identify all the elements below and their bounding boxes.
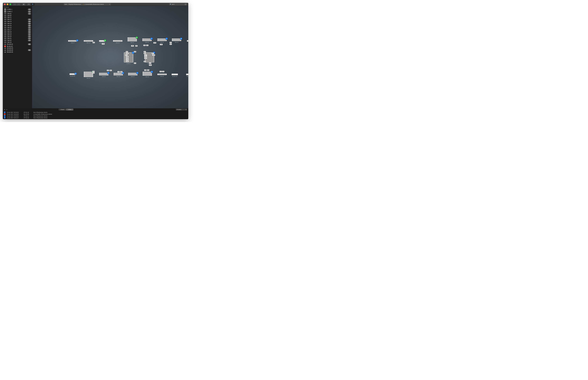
topology-node-sw-14[interactable]: 21SW-14 (84, 72, 93, 79)
device-badge: 8 (76, 39, 78, 41)
close-panel-button[interactable]: ✕ (6, 109, 7, 111)
sidebar-item-label: WLAN-05 (7, 51, 31, 53)
reload-icon[interactable]: ↻ (109, 4, 110, 5)
port-label: 2/2 (93, 42, 95, 43)
sidebar-item-badge: 43 (28, 43, 31, 45)
sidebar-item-sw-32[interactable]: SW-329 (3, 39, 32, 41)
topology-node-core-1[interactable]: 2CORE-1 (124, 52, 133, 64)
sidebar-toggle-button[interactable]: ◧ (22, 3, 26, 6)
sidebar-item-sw-33[interactable]: SW-33 (3, 41, 32, 43)
port-label: 1/23 (126, 57, 129, 59)
alert-row[interactable]: i21 jun 2017 18:44:22AP-01-15New infrast… (4, 111, 187, 113)
gear-icon[interactable]: ⚙ (4, 109, 5, 111)
port-label: 4/1 (125, 54, 127, 56)
topology-node-sw-12[interactable]: 5SW-12 (128, 73, 137, 77)
sidebar-item-badge: 11 (28, 31, 31, 33)
warning-icon: ⚠ (83, 4, 84, 5)
port-label: 4/2 (134, 51, 136, 52)
topology-view-button[interactable]: ⌬ (27, 3, 31, 6)
topology-node-sw-02[interactable]: SW-02 (157, 74, 167, 77)
topology-node-sw-18[interactable]: 11SW-18 (114, 73, 123, 77)
port-label: 4/7 (134, 62, 136, 64)
topology-node-sw-16[interactable]: 9SW-16 (99, 73, 109, 77)
error-icon: i (4, 113, 5, 115)
sidebar-item-core-2[interactable]: CORE-21 (3, 10, 32, 13)
zoom-window-button[interactable] (9, 3, 11, 5)
grid-view-button[interactable]: ⌘ (31, 3, 35, 6)
device-label: SW-33 (116, 42, 119, 43)
port-label: 4/2 (144, 61, 146, 62)
sidebar-item-wlan-05[interactable]: WLAN-05 (3, 51, 32, 53)
tab-alerts[interactable]: Alerts (66, 109, 73, 111)
topology-node-sw-15[interactable]: 16SW-15 (172, 38, 181, 43)
topology-node-sw-11[interactable]: SW-11 (84, 40, 93, 43)
sidebar-item-core-1[interactable]: CORE-12 (3, 8, 32, 10)
alert-row[interactable]: i21 jun 2017 18:50:25WLAN-02Unreachable … (4, 113, 187, 115)
device-image (157, 74, 167, 75)
devices-sidebar[interactable]: Devices CORE-12CORE-21SW-011SW-02SW-11SW… (3, 6, 32, 108)
device-badge: 43 (75, 73, 77, 75)
port-label: 1/2 (170, 42, 172, 43)
topology-node-sw-01[interactable]: 1SW-01 (187, 40, 188, 43)
back-button[interactable]: ‹ (13, 3, 17, 6)
topology-node-sw-33[interactable]: SW-33 (113, 40, 122, 43)
device-label: SW-19 (145, 42, 149, 43)
close-window-button[interactable] (4, 3, 6, 5)
alert-row[interactable]: i21 jun 2017 18:51:07AP-02-16New infrast… (4, 117, 187, 119)
sidebar-item-sw-11[interactable]: SW-11 (3, 17, 32, 19)
topology-node-sw-17[interactable]: 8SW-17 (68, 40, 78, 43)
topology-node-sw-19[interactable]: 6SW-19 (142, 38, 152, 43)
minimize-window-button[interactable] (7, 3, 8, 5)
topology-canvas[interactable]: 8SW-17SW-1131WLAN-04SW-3319SW-136SW-191S… (32, 6, 188, 108)
sidebar-item-wlan-03[interactable]: WLAN-03 (3, 47, 32, 49)
sidebar-item-wlan-04[interactable]: WLAN-0431 (3, 49, 32, 51)
topology-node-sw-32[interactable]: 9SW-32 (142, 72, 152, 77)
sidebar-item-label: WLAN-04 (7, 49, 27, 51)
device-label: SW-11 (87, 42, 90, 43)
device-image: 11 (114, 73, 123, 76)
sidebar-item-sw-31[interactable]: SW-311 (3, 37, 32, 39)
ap-icon (4, 48, 6, 49)
device-image: 31 (99, 40, 105, 42)
sidebar-item-sw-12[interactable]: SW-125 (3, 19, 32, 20)
topology-node-sw-13[interactable]: 19SW-13 (127, 37, 137, 43)
sidebar-item-sw-16[interactable]: SW-169 (3, 27, 32, 29)
address-bar[interactable]: Net3 | Physical Infrastructure | ⚠ 1 Unr… (64, 3, 111, 5)
device-image: 2 (124, 52, 133, 62)
tab-charts[interactable]: Charts (59, 109, 66, 111)
sidebar-item-sw-17[interactable]: SW-178 (3, 29, 32, 31)
device-badge: 9 (107, 72, 109, 74)
sidebar-item-sw-02[interactable]: SW-02 (3, 15, 32, 17)
sidebar-item-sw-13[interactable]: SW-1319 (3, 20, 32, 23)
sidebar-item-sw-18[interactable]: SW-1811 (3, 31, 32, 33)
topology-node-sw-31[interactable]: 1SW-31 (157, 38, 167, 43)
sidebar-item-label: SW-20 (7, 35, 27, 37)
device-label: WLAN-03 (172, 76, 177, 77)
sidebar-item-label: WLAN-03 (7, 47, 31, 49)
sidebar-item-label: WLAN-01 (7, 43, 27, 45)
sidebar-item-wlan-02[interactable]: WLAN-02 (3, 45, 32, 47)
topology-node-wlan-03[interactable]: WLAN-03 (172, 74, 178, 77)
sidebar-item-sw-01[interactable]: SW-011 (3, 13, 32, 15)
charts-alerts-tabs: Charts Alerts (59, 109, 73, 111)
alert-row[interactable]: i21 jun 2017 18:50:52AP-02-11New infrast… (4, 115, 187, 117)
forward-button[interactable]: › (17, 3, 21, 6)
device-image: 9 (99, 73, 109, 76)
main-body: Devices CORE-12CORE-21SW-011SW-02SW-11SW… (3, 6, 188, 108)
device-badge: 31 (104, 39, 106, 41)
alerts-filter-dropdown[interactable]: All alerts ▲▼ (176, 109, 187, 111)
sidebar-item-wlan-01[interactable]: WLAN-0143 (3, 43, 32, 45)
sidebar-item-sw-19[interactable]: SW-196 (3, 33, 32, 35)
port-label: 4/9 (144, 53, 146, 54)
search-input[interactable]: 🔍 sw-1 ✕ (169, 3, 187, 5)
sidebar-item-sw-20[interactable]: SW-204 (3, 35, 32, 37)
addr-view: Physical Infrastructure (68, 4, 81, 5)
alert-message: New infrastructure device (33, 117, 48, 118)
sidebar-item-sw-14[interactable]: SW-1421 (3, 23, 32, 25)
clear-search-button[interactable]: ✕ (185, 3, 186, 5)
topology-node-wlan-05[interactable]: WLAN-05 (186, 74, 188, 77)
sidebar-item-sw-15[interactable]: SW-1516 (3, 25, 32, 27)
topology-node-wlan-01[interactable]: 43WLAN-01 (69, 73, 76, 77)
switch-icon (4, 25, 6, 26)
port-label: 1/2 (118, 71, 120, 73)
